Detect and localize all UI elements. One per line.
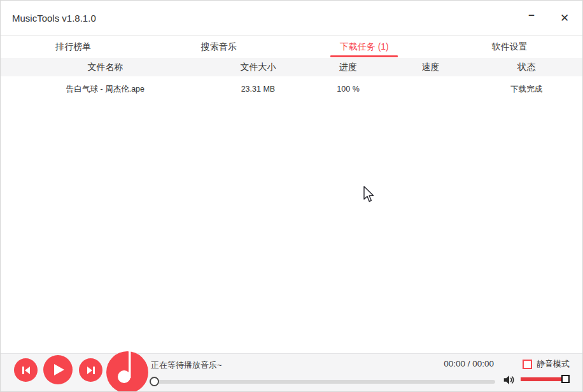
app-title: MusicTools v1.8.1.0: [12, 13, 96, 24]
tab-label: 软件设置: [492, 41, 528, 53]
active-tab-underline: [330, 55, 398, 57]
cell-progress: 100 %: [306, 85, 391, 94]
playback-time: 00:00 / 00:00: [418, 359, 494, 368]
speaker-icon[interactable]: [502, 373, 516, 387]
tab-rankings[interactable]: 排行榜单: [1, 36, 146, 58]
title-bar: MusicTools v1.8.1.0 – ✕: [1, 1, 582, 36]
header-speed: 速度: [390, 62, 470, 73]
previous-icon: [21, 366, 31, 375]
header-file-name: 文件名称: [1, 62, 210, 73]
checkbox-icon[interactable]: [523, 360, 532, 369]
music-note-icon: [106, 351, 148, 392]
volume-slider[interactable]: [521, 375, 570, 384]
volume-thumb[interactable]: [561, 375, 570, 383]
mute-mode-label: 静音模式: [537, 358, 570, 370]
header-file-size: 文件大小: [210, 62, 306, 73]
header-status: 状态: [470, 62, 582, 73]
app-window: MusicTools v1.8.1.0 – ✕ 排行榜单 搜索音乐 下载任务 (…: [0, 0, 583, 392]
cell-file-size: 23.31 MB: [210, 85, 306, 94]
tab-label: 排行榜单: [55, 41, 91, 53]
window-controls: – ✕: [523, 1, 573, 35]
progress-track[interactable]: [151, 380, 495, 384]
tab-settings[interactable]: 软件设置: [437, 36, 583, 58]
tab-label: 下载任务 (1): [340, 41, 389, 53]
close-button[interactable]: ✕: [556, 9, 573, 27]
mute-mode-checkbox[interactable]: 静音模式: [523, 358, 570, 370]
minimize-button[interactable]: –: [523, 9, 540, 27]
table-empty-area: [1, 101, 582, 353]
cell-file-name: 告白气球 - 周杰伦.ape: [1, 84, 210, 95]
next-icon: [86, 366, 96, 375]
tab-download-tasks[interactable]: 下载任务 (1): [292, 36, 437, 58]
previous-track-button[interactable]: [14, 358, 38, 382]
playback-progress-slider[interactable]: [151, 377, 495, 386]
tab-bar: 排行榜单 搜索音乐 下载任务 (1) 软件设置: [1, 36, 582, 58]
tab-search-music[interactable]: 搜索音乐: [146, 36, 292, 58]
music-note-logo-button[interactable]: [106, 351, 148, 392]
tab-label: 搜索音乐: [201, 41, 237, 53]
cell-status: 下载完成: [470, 84, 582, 95]
table-header-row: 文件名称 文件大小 进度 速度 状态: [1, 58, 582, 76]
play-icon: [53, 363, 65, 376]
header-progress: 进度: [306, 62, 391, 73]
volume-track[interactable]: [521, 377, 566, 381]
play-button[interactable]: [43, 355, 73, 384]
player-status-text: 正在等待播放音乐~: [151, 360, 222, 371]
progress-thumb[interactable]: [150, 377, 159, 386]
player-bar: 正在等待播放音乐~ 00:00 / 00:00 静音模式: [1, 353, 582, 391]
table-row[interactable]: 告白气球 - 周杰伦.ape 23.31 MB 100 % 下载完成: [1, 78, 582, 101]
next-track-button[interactable]: [79, 358, 102, 382]
